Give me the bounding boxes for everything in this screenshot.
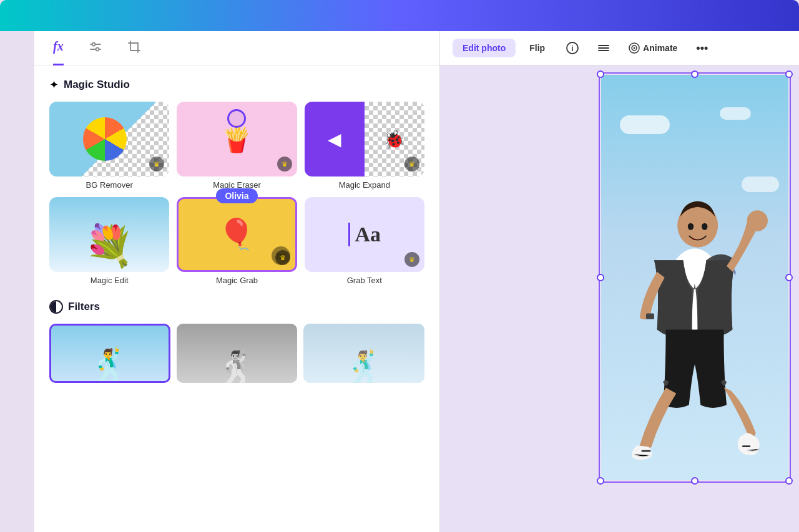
bg-remover-label: BG Remover <box>86 180 133 190</box>
tab-adjust[interactable] <box>89 31 102 65</box>
edit-toolbar: Edit photo Flip i <box>440 31 799 65</box>
svg-rect-36 <box>742 445 750 447</box>
tab-effects[interactable]: fx <box>53 31 64 65</box>
crown-badge-magic-grab: ♛ <box>275 250 290 265</box>
handle-top-left[interactable] <box>597 70 604 78</box>
filter-original[interactable]: 🕺 <box>49 324 170 383</box>
filter-fade[interactable]: 🕺 <box>303 324 424 383</box>
svg-point-30 <box>747 210 767 231</box>
svg-text:i: i <box>571 44 573 53</box>
handle-top-center[interactable] <box>691 70 699 78</box>
position-button[interactable] <box>590 37 617 59</box>
more-options-button[interactable]: ••• <box>689 37 715 59</box>
handle-top-right[interactable] <box>785 70 793 78</box>
svg-point-33 <box>702 223 707 230</box>
filters-grid: 🕺 🕺 🕺 <box>49 324 424 383</box>
tool-card-bg-remover[interactable]: ♛ BG Remover <box>49 102 169 190</box>
svg-rect-34 <box>646 314 654 319</box>
olivia-badge: Olivia <box>216 188 257 203</box>
tools-panel: fx <box>34 31 440 532</box>
svg-point-28 <box>634 47 635 49</box>
browser-chrome <box>0 0 799 31</box>
content-area: fx <box>34 31 799 532</box>
photo-container[interactable] <box>601 75 788 480</box>
filters-icon <box>49 300 63 314</box>
handle-middle-right[interactable] <box>785 274 793 281</box>
panel-content: ✦ Magic Studio ♛ BG Remover <box>34 65 439 532</box>
magic-edit-label: Magic Edit <box>91 276 129 285</box>
tool-card-magic-expand[interactable]: ◀ 🐞 ♛ Magic Expand <box>305 102 424 190</box>
handle-bottom-left[interactable] <box>597 477 604 485</box>
app-container: fx <box>34 31 799 532</box>
tab-bar: fx <box>34 31 439 65</box>
animate-button[interactable]: Animate <box>621 38 685 58</box>
magic-eraser-thumb: 🍟 ♛ <box>177 102 297 177</box>
filters-header: Filters <box>49 300 424 314</box>
bg-remover-thumb: ♛ <box>49 102 169 177</box>
svg-point-20 <box>96 47 99 51</box>
svg-point-32 <box>687 223 693 230</box>
crown-badge-magic-eraser: ♛ <box>277 157 292 172</box>
tool-card-grab-text[interactable]: Aa ♛ Grab Text <box>305 197 424 285</box>
filters-title: Filters <box>68 301 100 313</box>
svg-point-19 <box>92 42 95 46</box>
crown-badge-magic-expand: ♛ <box>404 157 419 172</box>
canvas-area: Edit photo Flip i <box>440 31 799 532</box>
tab-crop[interactable] <box>127 31 141 65</box>
animate-label: Animate <box>643 43 677 53</box>
tools-grid: ♛ BG Remover 🍟 ♛ Magic Eraser <box>49 102 424 285</box>
grab-text-label: Grab Text <box>347 276 382 285</box>
magic-grab-thumb: 🎈 ☞ ♛ <box>177 197 297 272</box>
filter-mono[interactable]: 🕺 <box>177 324 298 383</box>
magic-expand-thumb: ◀ 🐞 ♛ <box>305 102 424 177</box>
handle-bottom-center[interactable] <box>691 477 699 485</box>
person-svg <box>601 75 788 480</box>
tool-card-magic-grab[interactable]: Olivia 🎈 ☞ ♛ Magic Grab <box>177 197 297 285</box>
magic-edit-thumb: 💐 <box>49 197 169 272</box>
magic-grab-label: Magic Grab <box>216 276 258 285</box>
magic-studio-header: ✦ Magic Studio <box>49 78 424 92</box>
magic-star-icon: ✦ <box>49 78 59 92</box>
edit-photo-button[interactable]: Edit photo <box>453 39 516 57</box>
info-button[interactable]: i <box>559 37 586 59</box>
handle-middle-left[interactable] <box>597 274 604 281</box>
svg-rect-35 <box>641 450 650 452</box>
flip-button[interactable]: Flip <box>519 39 555 57</box>
handle-bottom-right[interactable] <box>785 477 793 485</box>
magic-studio-title: Magic Studio <box>64 79 130 91</box>
grab-text-thumb: Aa ♛ <box>305 197 424 272</box>
magic-expand-label: Magic Expand <box>339 180 390 190</box>
tool-card-magic-eraser[interactable]: 🍟 ♛ Magic Eraser <box>177 102 297 190</box>
crown-badge-grab-text: ♛ <box>404 252 419 267</box>
tool-card-magic-edit[interactable]: 💐 Magic Edit <box>49 197 169 285</box>
jumping-man-photo <box>601 75 788 480</box>
